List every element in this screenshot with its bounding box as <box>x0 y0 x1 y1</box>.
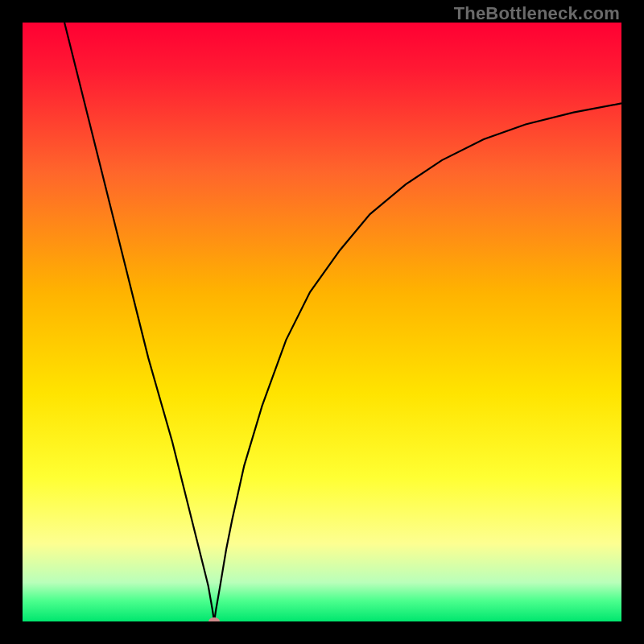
plot-area <box>23 23 621 621</box>
minimum-marker <box>208 617 220 621</box>
bottleneck-curve <box>23 23 621 621</box>
chart-frame: TheBottleneck.com <box>0 0 644 644</box>
watermark-label: TheBottleneck.com <box>454 3 620 24</box>
